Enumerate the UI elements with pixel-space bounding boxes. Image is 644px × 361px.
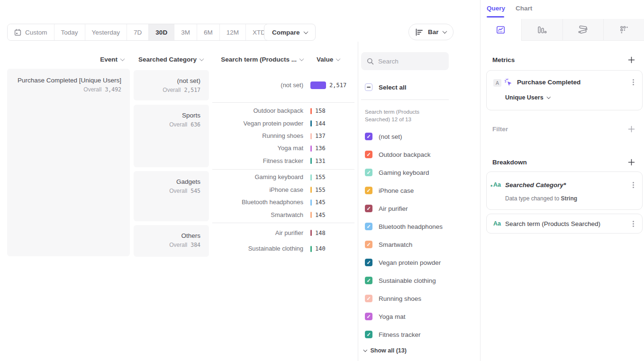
value-bar-outdoor-backpack[interactable] — [310, 108, 312, 114]
breakdown-menu-button[interactable] — [633, 184, 634, 186]
legend-list-label-line2: Searched) 12 of 13 — [365, 116, 419, 123]
tab-chart[interactable]: Chart — [516, 5, 532, 12]
legend-item-smartwatch[interactable]: ✓Smartwatch — [365, 241, 412, 248]
column-header-event[interactable]: Event — [7, 55, 124, 63]
legend-item-bluetooth-headphones[interactable]: ✓Bluetooth headphones — [365, 223, 443, 230]
breakdown-menu-button[interactable] — [633, 223, 634, 225]
column-header-value[interactable]: Value — [317, 55, 354, 63]
date-range-30d[interactable]: 30D — [148, 24, 174, 40]
checkbox-outdoor-backpack[interactable]: ✓ — [365, 151, 372, 158]
checkbox-not-set[interactable]: ✓ — [365, 133, 372, 140]
checkbox-smartwatch[interactable]: ✓ — [365, 241, 372, 248]
value-bar-bluetooth-headphones[interactable] — [310, 199, 312, 206]
report-tab-funnels[interactable] — [521, 19, 562, 41]
add-metric-button[interactable] — [628, 56, 635, 63]
select-all-row[interactable]: Select all — [365, 83, 407, 91]
legend-item-not-set[interactable]: ✓(not set) — [365, 133, 402, 140]
category-cell-not-set[interactable]: (not set)Overall2,517 — [134, 70, 209, 100]
value-bar-gaming-keyboard[interactable] — [310, 174, 312, 180]
column-header-label: Event — [100, 56, 118, 63]
add-breakdown-button[interactable] — [628, 159, 635, 166]
measurement-dropdown[interactable]: Unique Users — [505, 94, 550, 101]
category-name: Sports — [134, 111, 200, 120]
column-header-searched-category[interactable]: Searched Category — [134, 55, 203, 63]
search-icon — [367, 58, 374, 65]
legend-item-vegan-protein-powder[interactable]: ✓Vegan protein powder — [365, 259, 441, 266]
value-bar-air-purifier[interactable] — [310, 230, 312, 236]
legend-item-label: Fitness tracker — [379, 331, 421, 338]
legend-item-yoga-mat[interactable]: ✓Yoga mat — [365, 313, 406, 320]
legend-item-outdoor-backpack[interactable]: ✓Outdoor backpack — [365, 151, 431, 158]
date-range-12m[interactable]: 12M — [219, 24, 245, 40]
category-cell-sports[interactable]: SportsOverall636 — [134, 105, 209, 167]
legend-item-running-shoes[interactable]: ✓Running shoes — [365, 295, 421, 302]
breakdown-card-search-term[interactable]: Aa Search term (Products Searched) — [486, 214, 643, 234]
checkbox-sustainable-clothing[interactable]: ✓ — [365, 277, 372, 284]
metric-menu-button[interactable] — [633, 81, 634, 83]
value-bar-sustainable-clothing[interactable] — [310, 246, 312, 252]
report-tab-flows[interactable] — [562, 19, 604, 41]
add-filter-button[interactable] — [628, 126, 635, 133]
value-bar-fitness-tracker[interactable] — [310, 158, 312, 164]
event-cell[interactable]: Purchase Completed [Unique Users] Overal… — [7, 69, 130, 256]
value-bar-not-set[interactable] — [310, 81, 326, 89]
query-sidebar: Query Chart Metrics A Purchase Completed… — [480, 0, 644, 361]
date-range-label: 6M — [204, 29, 213, 36]
category-cell-others[interactable]: OthersOverall384 — [134, 225, 209, 257]
check-icon: ✓ — [366, 332, 371, 337]
value-bar-running-shoes[interactable] — [310, 133, 312, 139]
category-cell-gadgets[interactable]: GadgetsOverall545 — [134, 171, 209, 221]
checkbox-running-shoes[interactable]: ✓ — [365, 295, 372, 302]
metric-card[interactable]: A Purchase Completed Unique Users — [486, 70, 643, 110]
chart-type-dropdown[interactable]: Bar — [408, 24, 454, 40]
value-bar-vegan-protein-powder[interactable] — [310, 120, 312, 126]
breakdown-subtitle: Data type changed to String — [505, 195, 577, 202]
date-range-yesterday[interactable]: Yesterday — [85, 24, 127, 40]
column-header-search-term[interactable]: Search term (Products ... — [213, 55, 303, 63]
chevron-down-icon — [303, 29, 308, 34]
event-sparkle-icon — [504, 78, 513, 89]
legend-item-fitness-tracker[interactable]: ✓Fitness tracker — [365, 331, 421, 338]
legend-item-label: Bluetooth headphones — [379, 223, 443, 230]
subtitle-prefix: Data type changed to — [505, 195, 561, 202]
overall-value: 3,492 — [105, 86, 121, 93]
legend-item-sustainable-clothing[interactable]: ✓Sustainable clothing — [365, 277, 436, 284]
value-bar-iphone-case[interactable] — [310, 187, 312, 193]
legend-item-gaming-keyboard[interactable]: ✓Gaming keyboard — [365, 169, 429, 176]
checkbox-fitness-tracker[interactable]: ✓ — [365, 331, 372, 338]
compare-button[interactable]: Compare — [264, 24, 316, 41]
date-range-6m[interactable]: 6M — [197, 24, 219, 40]
search-input[interactable] — [378, 58, 443, 65]
tab-query[interactable]: Query — [487, 5, 505, 12]
report-tab-insights[interactable] — [481, 19, 521, 41]
date-range-label: 7D — [134, 29, 142, 36]
select-all-checkbox[interactable] — [365, 83, 372, 91]
value-text: 155 — [315, 186, 326, 194]
date-range-today[interactable]: Today — [54, 24, 85, 40]
date-range-7d[interactable]: 7D — [127, 24, 148, 40]
check-icon: ✓ — [366, 314, 371, 319]
checkbox-air-purifier[interactable]: ✓ — [365, 205, 372, 212]
checkbox-yoga-mat[interactable]: ✓ — [365, 313, 372, 320]
report-tab-retention[interactable] — [603, 19, 644, 41]
legend-item-iphone-case[interactable]: ✓iPhone case — [365, 187, 414, 194]
search-term-label: Vegan protein powder — [213, 120, 303, 127]
checkbox-iphone-case[interactable]: ✓ — [365, 187, 372, 194]
value-text: 137 — [315, 132, 326, 140]
value-text: 131 — [315, 157, 326, 165]
checkbox-gaming-keyboard[interactable]: ✓ — [365, 169, 372, 176]
legend-item-air-purifier[interactable]: ✓Air purifier — [365, 205, 408, 212]
value-bar-smartwatch[interactable] — [310, 212, 312, 218]
search-term-label: iPhone case — [213, 186, 303, 194]
checkbox-bluetooth-headphones[interactable]: ✓ — [365, 223, 372, 230]
compare-label: Compare — [272, 29, 300, 36]
breakdown-card-searched-category[interactable]: *Aa Searched Category* Data type changed… — [486, 171, 643, 210]
date-range-custom[interactable]: Custom — [8, 24, 54, 40]
value-bar-yoga-mat[interactable] — [310, 145, 312, 152]
checkbox-vegan-protein-powder[interactable]: ✓ — [365, 259, 372, 266]
legend-item-label: Smartwatch — [379, 241, 412, 248]
legend-search — [361, 52, 449, 70]
date-range-3m[interactable]: 3M — [174, 24, 197, 40]
search-term-label: Outdoor backpack — [213, 107, 303, 115]
show-all-button[interactable]: Show all (13) — [364, 347, 407, 354]
